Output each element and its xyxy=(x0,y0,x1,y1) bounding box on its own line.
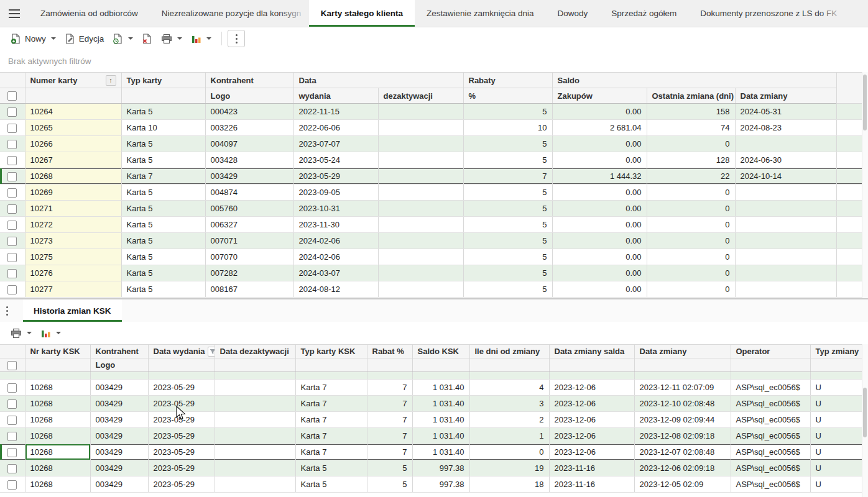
cell-data-wydania[interactable]: 2024-03-07 xyxy=(293,265,378,281)
row-checkbox[interactable] xyxy=(7,107,17,117)
col-header-data-zmiany[interactable]: Data zmiany xyxy=(634,345,731,358)
cell-data-wydania[interactable]: 2023-05-24 xyxy=(293,152,378,168)
col-group-saldo[interactable]: Saldo xyxy=(552,73,836,88)
col-header-saldo-ksk[interactable]: Saldo KSK xyxy=(412,345,469,358)
cell-ile-dni-od-zmiany[interactable]: 2 xyxy=(469,412,549,428)
row-checkbox[interactable] xyxy=(7,269,17,278)
table-row[interactable]: 10275Karta 50070702024-02-0650.000 xyxy=(0,249,862,265)
cell-ostatnia-zmiana-dni[interactable]: 0 xyxy=(647,201,735,217)
cell-typ-zmiany[interactable]: U xyxy=(810,460,862,476)
cell-saldo-zakupow[interactable]: 0.00 xyxy=(552,104,647,120)
cell-ostatnia-zmiana-dni[interactable]: 74 xyxy=(647,120,735,136)
table-row[interactable]: 10267Karta 50034282023-05-2450.001282024… xyxy=(0,152,862,168)
cell-data-zmiany[interactable]: 2023-12-07 02:08:48 xyxy=(634,444,731,460)
cell-numer-karty[interactable]: 10272 xyxy=(25,217,121,233)
cell-data-dezaktywacji[interactable] xyxy=(378,265,463,281)
cell-data-wydania[interactable]: 2024-02-06 xyxy=(293,249,378,265)
cell-operator[interactable]: ASP\sql_ec0056$ xyxy=(731,412,810,428)
cell-ile-dni-od-zmiany[interactable]: 18 xyxy=(469,476,549,493)
row-checkbox[interactable] xyxy=(7,253,17,262)
table-row[interactable]: 10268Karta 70034292023-05-2971 444.32222… xyxy=(0,168,862,185)
cell-rabat-procent[interactable]: 5 xyxy=(463,217,552,233)
cell-data-dezaktywacji[interactable] xyxy=(215,428,295,444)
cell-kontrahent-logo[interactable]: 004874 xyxy=(205,185,293,201)
cell-typ-karty-ksk[interactable]: Karta 5 xyxy=(295,460,367,476)
col-header-typ-karty-ksk[interactable]: Typ karty KSK xyxy=(295,345,367,358)
cell-ile-dni-od-zmiany[interactable]: 4 xyxy=(469,380,549,396)
cell-numer-karty[interactable]: 10264 xyxy=(25,104,121,120)
table-row[interactable]: 10276Karta 50072822024-03-0750.000 xyxy=(0,265,862,281)
cell-data-wydania[interactable]: 2023-05-29 xyxy=(148,380,215,396)
cell-saldo-ksk[interactable]: 1 031.40 xyxy=(412,380,469,396)
col-header-typ-zmiany[interactable]: Typ zmiany xyxy=(810,345,862,358)
cell-data-zmiany[interactable]: 2024-05-31 xyxy=(735,104,836,120)
cell-saldo-zakupow[interactable]: 0.00 xyxy=(552,265,647,281)
cell-kontrahent-logo[interactable]: 007070 xyxy=(205,249,293,265)
cell-saldo-zakupow[interactable]: 0.00 xyxy=(552,233,647,249)
row-checkbox[interactable] xyxy=(7,416,17,425)
cell-rabat-procent[interactable]: 7 xyxy=(367,380,412,396)
cell-numer-karty[interactable]: 10275 xyxy=(25,249,121,265)
cell-data-zmiany[interactable] xyxy=(735,217,836,233)
cell-nr-karty-ksk[interactable]: 10268 xyxy=(25,460,90,476)
cell-data-dezaktywacji[interactable] xyxy=(215,476,295,493)
row-checkbox[interactable] xyxy=(7,188,17,198)
cell-kontrahent-logo[interactable]: 003429 xyxy=(205,168,293,185)
cell-kontrahent-logo[interactable]: 004097 xyxy=(205,136,293,152)
col-header-dezaktywacji[interactable]: dezaktywacji xyxy=(378,88,463,104)
cell-data-wydania[interactable]: 2023-05-29 xyxy=(148,444,215,460)
cell-kontrahent-logo[interactable]: 005760 xyxy=(205,201,293,217)
cell-ostatnia-zmiana-dni[interactable]: 0 xyxy=(647,249,735,265)
chart-button[interactable] xyxy=(187,31,216,47)
cell-data-zmiany[interactable]: 2024-08-23 xyxy=(735,120,836,136)
cell-saldo-zakupow[interactable]: 1 444.32 xyxy=(552,168,647,185)
cell-typ-karty[interactable]: Karta 5 xyxy=(121,281,205,298)
cell-numer-karty[interactable]: 10273 xyxy=(25,233,121,249)
cell-data-zmiany[interactable] xyxy=(735,281,836,298)
cell-kontrahent-logo[interactable]: 003429 xyxy=(90,476,148,493)
table-row[interactable]: 10273Karta 50070712024-02-0650.000 xyxy=(0,233,862,249)
cell-rabat-procent[interactable]: 5 xyxy=(463,265,552,281)
cell-data-dezaktywacji[interactable] xyxy=(378,185,463,201)
cell-nr-karty-ksk[interactable]: 10268 xyxy=(25,396,90,412)
cell-rabat-procent[interactable]: 7 xyxy=(367,428,412,444)
tab-zestawienie-zamkniecia-dnia[interactable]: Zestawienie zamknięcia dnia xyxy=(415,0,546,27)
cell-kontrahent-logo[interactable]: 007071 xyxy=(205,233,293,249)
cell-data-dezaktywacji[interactable] xyxy=(378,233,463,249)
cell-data-zmiany[interactable]: 2023-12-09 02:09:44 xyxy=(634,412,731,428)
cell-data-dezaktywacji[interactable] xyxy=(215,380,295,396)
cell-rabat-procent[interactable]: 10 xyxy=(463,120,552,136)
col-header-data-dezaktywacji[interactable]: Data dezaktywacji xyxy=(215,345,295,358)
cell-data-zmiany[interactable]: 2023-12-11 02:07:09 xyxy=(634,380,731,396)
cell-data-zmiany-salda[interactable]: 2023-12-06 xyxy=(549,380,634,396)
cell-data-zmiany[interactable]: 2023-12-10 02:08:48 xyxy=(634,396,731,412)
row-checkbox[interactable] xyxy=(7,480,17,490)
cell-numer-karty[interactable]: 10265 xyxy=(25,120,121,136)
cell-data-wydania[interactable]: 2023-05-29 xyxy=(293,168,378,185)
col-group-data[interactable]: Data xyxy=(293,73,463,88)
col-header-rabat[interactable]: Rabat % xyxy=(367,345,412,358)
cell-ile-dni-od-zmiany[interactable]: 3 xyxy=(469,396,549,412)
cell-numer-karty[interactable]: 10268 xyxy=(25,168,121,185)
cell-data-wydania[interactable]: 2023-11-30 xyxy=(293,217,378,233)
cell-typ-karty-ksk[interactable]: Karta 7 xyxy=(295,412,367,428)
col-header-logo[interactable]: Logo xyxy=(90,358,148,372)
row-checkbox[interactable] xyxy=(7,432,17,441)
cell-typ-karty[interactable]: Karta 5 xyxy=(121,217,205,233)
tab-dokumenty-przenoszone[interactable]: Dokumenty przenoszone z LS do FK xyxy=(688,0,847,27)
row-checkbox[interactable] xyxy=(7,172,17,181)
cell-saldo-ksk[interactable]: 997.38 xyxy=(412,460,469,476)
cell-data-dezaktywacji[interactable] xyxy=(378,281,463,298)
cell-data-dezaktywacji[interactable] xyxy=(378,136,463,152)
col-header-numer-karty[interactable]: Numer karty ↑ xyxy=(25,73,121,88)
table-row[interactable]: 102680034292023-05-29Karta 771 031.40320… xyxy=(0,396,862,412)
cell-data-wydania[interactable]: 2022-06-06 xyxy=(293,120,378,136)
print-button[interactable] xyxy=(157,31,187,47)
delete-document-button[interactable] xyxy=(137,31,157,47)
row-checkbox[interactable] xyxy=(7,156,17,165)
more-options-button[interactable] xyxy=(228,30,245,47)
cell-data-dezaktywacji[interactable] xyxy=(378,201,463,217)
cell-kontrahent-logo[interactable]: 003429 xyxy=(90,396,148,412)
cell-data-wydania[interactable]: 2023-07-07 xyxy=(293,136,378,152)
panel-menu-icon[interactable] xyxy=(0,306,14,316)
